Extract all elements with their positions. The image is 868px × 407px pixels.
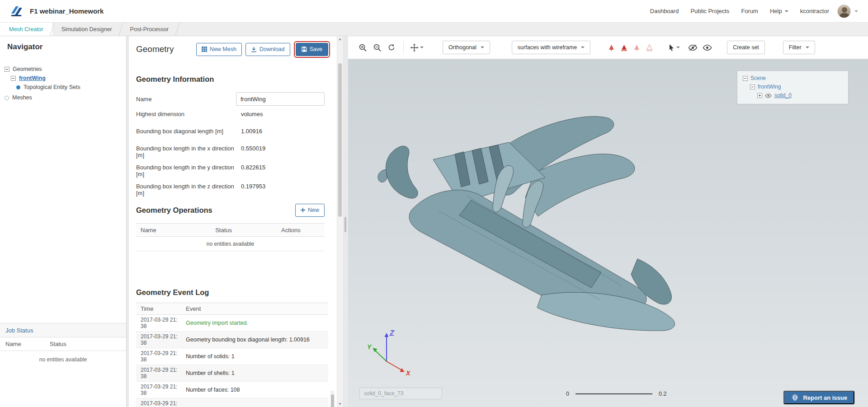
show-icon[interactable] <box>702 42 712 53</box>
collapse-icon[interactable] <box>11 76 16 81</box>
tab-post-processor[interactable]: Post-Processor <box>121 23 178 36</box>
nav-help[interactable]: Help <box>770 8 788 14</box>
save-highlight-ring: Save <box>294 41 330 58</box>
report-issue-button[interactable]: Report an issue <box>783 391 854 404</box>
nav-public-projects[interactable]: Public Projects <box>690 8 729 14</box>
geometry-information-section: Geometry Information Name Highest dimens… <box>136 74 325 199</box>
scale-bar: 0 0.2 <box>566 391 666 397</box>
avatar[interactable] <box>837 5 851 18</box>
chevron-down-icon[interactable] <box>854 10 858 12</box>
clip-plane-icon-4[interactable] <box>644 42 655 53</box>
hide-icon[interactable] <box>687 42 698 53</box>
scene-tree-solid0[interactable]: solid_0 <box>743 91 844 100</box>
collapse-icon[interactable] <box>743 76 748 81</box>
pan-tool-dropdown[interactable] <box>410 43 424 52</box>
nav-dashboard[interactable]: Dashboard <box>650 8 679 14</box>
new-operation-label: New <box>308 207 319 213</box>
new-mesh-button[interactable]: New Mesh <box>196 43 242 56</box>
info-row: Bounding box length in the x direction [… <box>136 142 325 161</box>
col-status: Status <box>215 227 281 234</box>
render-mode-dropdown[interactable]: surfaces with wireframe <box>512 41 590 54</box>
scrollbar-thumb[interactable] <box>338 63 342 217</box>
module-tabbar: Mesh Creator Simulation Designer Post-Pr… <box>0 23 868 36</box>
log-time: 2017-03-29 21:38 <box>136 348 181 365</box>
scroll-up-icon[interactable] <box>339 38 341 40</box>
scene-tree-root[interactable]: Scene <box>743 74 844 83</box>
job-status-header[interactable]: Job Status <box>0 323 126 337</box>
clip-plane-icon-1[interactable] <box>606 42 617 53</box>
save-icon <box>302 47 307 52</box>
section-heading: Geometry Information <box>136 74 325 84</box>
job-status-section: Job Status Name Status no entities avail… <box>0 323 126 363</box>
download-button[interactable]: Download <box>245 43 290 56</box>
filter-dropdown[interactable]: Filter <box>783 41 815 54</box>
table-row: 2017-03-29 21:38 Number of solids: 1 <box>136 348 328 365</box>
visibility-eye-icon[interactable] <box>765 94 772 98</box>
create-set-button[interactable]: Create set <box>727 41 765 54</box>
project-title: F1 webinar_Homework <box>30 7 104 15</box>
info-value: 1.00916 <box>241 128 262 142</box>
scene-tree-overlay: Scene frontWing solid_0 <box>737 70 849 104</box>
splitter-grip[interactable] <box>344 217 346 232</box>
clip-plane-icon-2[interactable] <box>618 42 629 53</box>
tab-mesh-creator[interactable]: Mesh Creator <box>0 23 52 36</box>
zoom-in-icon[interactable] <box>357 42 368 53</box>
info-label: Bounding box length in the x direction [… <box>136 145 241 161</box>
expand-icon[interactable] <box>757 93 762 98</box>
info-row: Bounding box length in the y direction [… <box>136 161 325 180</box>
node-bullet-icon <box>16 85 20 89</box>
panel-scrollbar[interactable] <box>337 36 343 407</box>
scrollbar-thumb[interactable] <box>331 394 334 407</box>
reset-view-icon[interactable] <box>386 42 397 53</box>
job-col-name: Name <box>5 341 50 347</box>
info-label: Highest dimension <box>136 111 241 125</box>
panel-title: Geometry <box>136 44 174 54</box>
select-tool-dropdown[interactable] <box>668 44 680 51</box>
table-row: 2017-03-29 21:38 Number of shells: 1 <box>136 365 328 382</box>
tree-item-frontwing[interactable]: frontWing <box>0 74 126 83</box>
event-log-scrollbar[interactable] <box>330 391 335 407</box>
log-event: Number of faces: 108 <box>181 387 328 393</box>
tree-item-topological-entity-sets[interactable]: Topological Entity Sets <box>0 83 126 92</box>
pan-icon <box>410 43 419 52</box>
operations-empty: no entities available <box>136 237 325 251</box>
zoom-out-icon[interactable] <box>372 42 382 53</box>
tree-item-geometries[interactable]: Geometries <box>0 65 126 74</box>
create-set-label: Create set <box>733 44 759 51</box>
tree-item-meshes[interactable]: Meshes <box>0 94 126 102</box>
geometry-name-input[interactable] <box>236 92 325 106</box>
download-icon <box>251 47 257 52</box>
col-event: Event <box>181 305 328 312</box>
scene-tree-frontwing[interactable]: frontWing <box>743 83 844 91</box>
axis-triad: Z Y X <box>367 329 411 377</box>
info-rows: Name Highest dimension volumes Bounding … <box>136 90 325 199</box>
tree-item-label: Topological Entity Sets <box>24 83 80 92</box>
job-status-columns: Name Status <box>0 337 126 351</box>
render-mode-label: surfaces with wireframe <box>518 44 577 51</box>
clip-plane-icon-3[interactable] <box>631 42 642 53</box>
log-event: Number of shells: 1 <box>181 370 328 376</box>
section-heading: Geometry Operations <box>136 205 212 215</box>
content-area: Navigator Geometries frontWing Topologic… <box>0 36 868 407</box>
viewport-splitter[interactable] <box>343 36 348 407</box>
nav-forum[interactable]: Forum <box>741 8 758 14</box>
job-status-empty: no entities available <box>0 356 126 363</box>
geometry-actions: New Mesh Download <box>196 41 330 58</box>
save-button[interactable]: Save <box>296 43 329 56</box>
info-row: Bounding box length in the z direction [… <box>136 180 325 199</box>
tab-simulation-designer[interactable]: Simulation Designer <box>52 23 121 36</box>
app-window: F1 webinar_Homework Dashboard Public Pro… <box>0 0 868 407</box>
event-log-body: 2017-03-29 21:38 Geometry import started… <box>136 315 328 407</box>
nav-help-label: Help <box>770 8 782 14</box>
new-mesh-label: New Mesh <box>210 46 236 52</box>
collapse-icon[interactable] <box>5 67 9 72</box>
info-row: Bounding box diagonal length [m] 1.00916 <box>136 125 325 142</box>
username-label[interactable]: kcontractor <box>800 8 829 14</box>
new-operation-button[interactable]: New <box>295 204 325 217</box>
scroll-down-icon[interactable] <box>339 403 341 405</box>
info-value: volumes <box>241 111 263 125</box>
geometry-operations-section: Geometry Operations New Name Status Acti… <box>136 203 325 251</box>
projection-dropdown[interactable]: Orthogonal <box>443 41 490 54</box>
collapse-icon[interactable] <box>750 84 755 89</box>
3d-canvas[interactable]: Z Y X Scene frontWing <box>348 59 868 407</box>
